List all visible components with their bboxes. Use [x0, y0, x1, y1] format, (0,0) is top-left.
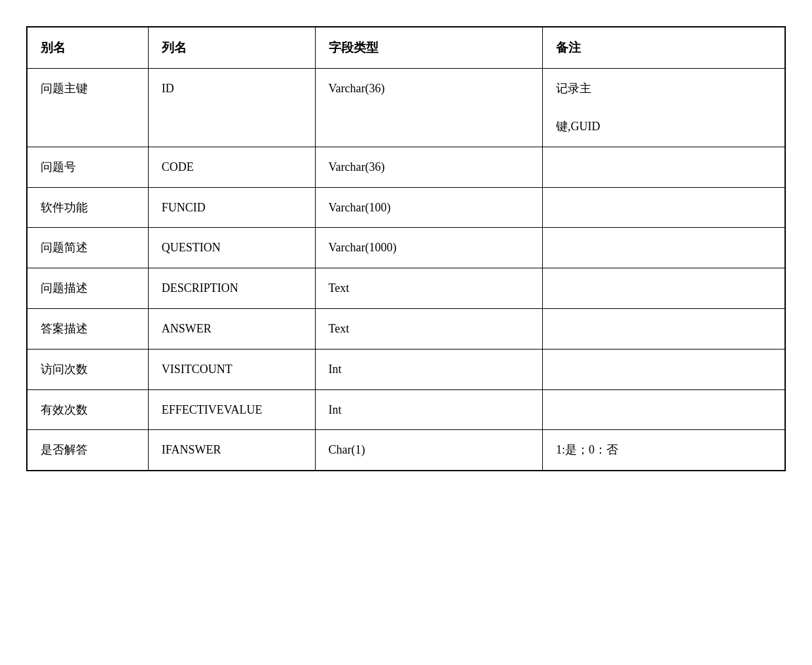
- cell-alias: 访问次数: [27, 349, 148, 389]
- table-row: 访问次数VISITCOUNTInt: [27, 349, 785, 389]
- header-note: 备注: [542, 27, 785, 69]
- cell-note: [542, 268, 785, 309]
- cell-note: [542, 147, 785, 187]
- data-table: 别名 列名 字段类型 备注 问题主键IDVarchar(36)记录主键,GUID…: [26, 26, 786, 471]
- cell-column: VISITCOUNT: [148, 349, 315, 389]
- header-column: 列名: [148, 27, 315, 69]
- table-row: 软件功能FUNCIDVarchar(100): [27, 187, 785, 228]
- cell-type: Char(1): [315, 430, 542, 471]
- table-row: 答案描述ANSWERText: [27, 308, 785, 349]
- table-row: 问题主键IDVarchar(36)记录主键,GUID: [27, 69, 785, 147]
- table-row: 有效次数EFFECTIVEVALUEInt: [27, 389, 785, 430]
- cell-note: [542, 308, 785, 349]
- table-header-row: 别名 列名 字段类型 备注: [27, 27, 785, 69]
- cell-column: FUNCID: [148, 187, 315, 228]
- table-row: 是否解答IFANSWERChar(1)1:是；0：否: [27, 430, 785, 471]
- cell-alias: 问题主键: [27, 69, 148, 147]
- cell-note: [542, 187, 785, 228]
- header-alias: 别名: [27, 27, 148, 69]
- main-table-container: 别名 列名 字段类型 备注 问题主键IDVarchar(36)记录主键,GUID…: [26, 26, 786, 471]
- cell-column: IFANSWER: [148, 430, 315, 471]
- cell-column: QUESTION: [148, 228, 315, 268]
- cell-note: 1:是；0：否: [542, 430, 785, 471]
- cell-type: Varchar(1000): [315, 228, 542, 268]
- cell-column: EFFECTIVEVALUE: [148, 389, 315, 430]
- cell-type: Int: [315, 349, 542, 389]
- cell-alias: 是否解答: [27, 430, 148, 471]
- cell-type: Varchar(36): [315, 69, 542, 147]
- cell-type: Text: [315, 308, 542, 349]
- cell-note: 记录主键,GUID: [542, 69, 785, 147]
- cell-column: DESCRIPTION: [148, 268, 315, 309]
- header-type: 字段类型: [315, 27, 542, 69]
- cell-type: Text: [315, 268, 542, 309]
- cell-note: [542, 349, 785, 389]
- cell-alias: 软件功能: [27, 187, 148, 228]
- cell-note: [542, 389, 785, 430]
- cell-alias: 有效次数: [27, 389, 148, 430]
- cell-alias: 问题简述: [27, 228, 148, 268]
- cell-alias: 答案描述: [27, 308, 148, 349]
- cell-column: ID: [148, 69, 315, 147]
- cell-column: CODE: [148, 147, 315, 187]
- cell-alias: 问题描述: [27, 268, 148, 309]
- cell-column: ANSWER: [148, 308, 315, 349]
- cell-type: Int: [315, 389, 542, 430]
- cell-note: [542, 228, 785, 268]
- cell-type: Varchar(100): [315, 187, 542, 228]
- table-row: 问题号CODEVarchar(36): [27, 147, 785, 187]
- cell-alias: 问题号: [27, 147, 148, 187]
- table-row: 问题简述QUESTIONVarchar(1000): [27, 228, 785, 268]
- cell-type: Varchar(36): [315, 147, 542, 187]
- table-row: 问题描述DESCRIPTIONText: [27, 268, 785, 309]
